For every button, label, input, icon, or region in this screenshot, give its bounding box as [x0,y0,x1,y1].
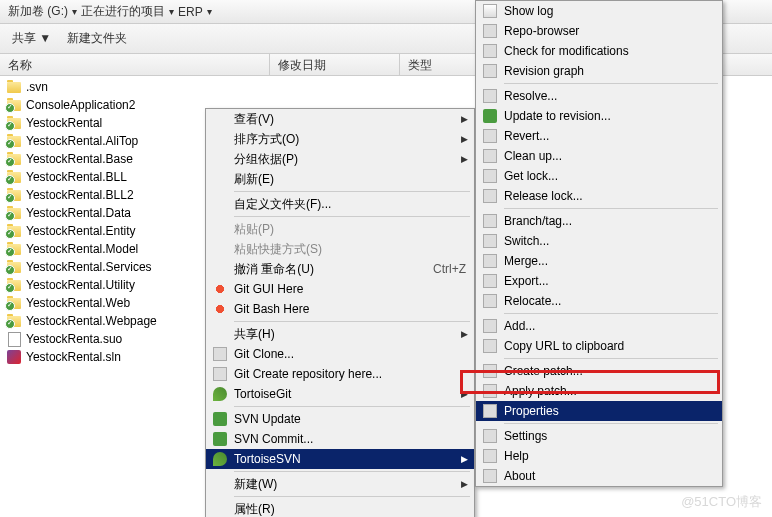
graph-icon [480,63,500,79]
sln-icon [6,349,22,365]
menu-separator [504,313,718,314]
folder-icon [6,277,22,293]
menu-separator [504,83,718,84]
folder-icon [6,187,22,203]
menu-svn-properties[interactable]: Properties [476,401,722,421]
menu-add[interactable]: Add... [476,316,722,336]
chevron-right-icon: ▾ [207,6,212,17]
tortoise-icon [210,451,230,467]
menu-share[interactable]: 共享(H) [206,324,474,344]
column-date[interactable]: 修改日期 [270,54,400,75]
properties-icon [480,403,500,419]
menu-help[interactable]: Help [476,446,722,466]
menu-sort[interactable]: 排序方式(O) [206,129,474,149]
git-icon [210,366,230,382]
menu-settings[interactable]: Settings [476,426,722,446]
breadcrumb-part[interactable]: ERP [178,5,203,19]
menu-show-log[interactable]: Show log [476,1,722,21]
menu-separator [504,423,718,424]
menu-separator [234,406,470,407]
menu-separator [234,321,470,322]
context-menu-tortoisesvn: Show log Repo-browser Check for modifica… [475,0,723,487]
breadcrumb-part[interactable]: 新加卷 (G:) [8,3,68,20]
menu-copy-url[interactable]: Copy URL to clipboard [476,336,722,356]
menu-check-modifications[interactable]: Check for modifications [476,41,722,61]
menu-properties[interactable]: 属性(R) [206,499,474,517]
folder-icon [6,133,22,149]
menu-separator [234,496,470,497]
menu-release-lock[interactable]: Release lock... [476,186,722,206]
folder-icon [6,151,22,167]
menu-undo[interactable]: 撤消 重命名(U)Ctrl+Z [206,259,474,279]
menu-update-revision[interactable]: Update to revision... [476,106,722,126]
menu-paste[interactable]: 粘贴(P) [206,219,474,239]
menu-refresh[interactable]: 刷新(E) [206,169,474,189]
watermark: @51CTO博客 [681,493,762,511]
share-button[interactable]: 共享 ▼ [12,30,51,47]
merge-icon [480,253,500,269]
git-icon [210,281,230,297]
revert-icon [480,128,500,144]
menu-repo-browser[interactable]: Repo-browser [476,21,722,41]
folder-icon [6,241,22,257]
menu-svn-update[interactable]: SVN Update [206,409,474,429]
menu-apply-patch[interactable]: Apply patch... [476,381,722,401]
clipboard-icon [480,338,500,354]
menu-cleanup[interactable]: Clean up... [476,146,722,166]
menu-tortoisegit[interactable]: TortoiseGit [206,384,474,404]
menu-new[interactable]: 新建(W) [206,474,474,494]
menu-resolve[interactable]: Resolve... [476,86,722,106]
folder-icon [6,223,22,239]
patch-icon [480,383,500,399]
column-type[interactable]: 类型 [400,54,480,75]
menu-relocate[interactable]: Relocate... [476,291,722,311]
menu-create-patch[interactable]: Create patch... [476,361,722,381]
menu-separator [234,471,470,472]
menu-separator [504,208,718,209]
add-icon [480,318,500,334]
menu-switch[interactable]: Switch... [476,231,722,251]
menu-export[interactable]: Export... [476,271,722,291]
menu-git-create-repo[interactable]: Git Create repository here... [206,364,474,384]
menu-get-lock[interactable]: Get lock... [476,166,722,186]
update-icon [480,108,500,124]
folder-icon [6,205,22,221]
new-folder-button[interactable]: 新建文件夹 [67,30,127,47]
about-icon [480,468,500,484]
menu-branch-tag[interactable]: Branch/tag... [476,211,722,231]
menu-git-clone[interactable]: Git Clone... [206,344,474,364]
menu-customize-folder[interactable]: 自定义文件夹(F)... [206,194,474,214]
patch-icon [480,363,500,379]
folder-icon [6,259,22,275]
column-name[interactable]: 名称 [0,54,270,75]
chevron-right-icon: ▾ [72,6,77,17]
menu-svn-commit[interactable]: SVN Commit... [206,429,474,449]
relocate-icon [480,293,500,309]
menu-group[interactable]: 分组依据(P) [206,149,474,169]
switch-icon [480,233,500,249]
folder-icon [6,115,22,131]
menu-merge[interactable]: Merge... [476,251,722,271]
menu-revision-graph[interactable]: Revision graph [476,61,722,81]
check-icon [480,43,500,59]
context-menu-main: 查看(V) 排序方式(O) 分组依据(P) 刷新(E) 自定义文件夹(F)...… [205,108,475,517]
menu-tortoisesvn[interactable]: TortoiseSVN [206,449,474,469]
log-icon [480,3,500,19]
folder-icon [6,79,22,95]
resolve-icon [480,88,500,104]
branch-icon [480,213,500,229]
breadcrumb-part[interactable]: 正在进行的项目 [81,3,165,20]
folder-icon [6,313,22,329]
menu-git-gui[interactable]: Git GUI Here [206,279,474,299]
cleanup-icon [480,148,500,164]
menu-git-bash[interactable]: Git Bash Here [206,299,474,319]
menu-view[interactable]: 查看(V) [206,109,474,129]
svn-icon [210,431,230,447]
git-icon [210,301,230,317]
menu-separator [504,358,718,359]
menu-paste-shortcut[interactable]: 粘贴快捷方式(S) [206,239,474,259]
menu-about[interactable]: About [476,466,722,486]
git-icon [210,346,230,362]
menu-separator [234,191,470,192]
menu-revert[interactable]: Revert... [476,126,722,146]
